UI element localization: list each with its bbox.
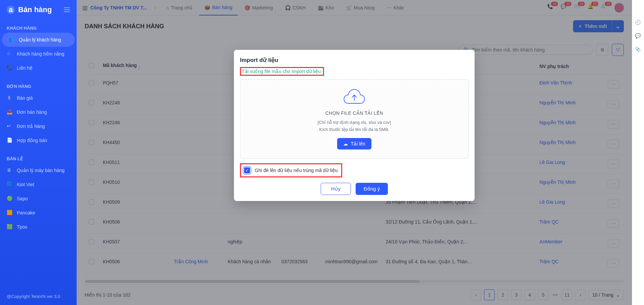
upload-button[interactable]: ☁ Tải lên (337, 138, 371, 149)
sidebar-item-customer-manage[interactable]: 👥 Quản lý khách hàng (2, 33, 75, 47)
star-icon: ☆ (7, 51, 13, 57)
comment-icon[interactable]: 💬 (635, 33, 642, 40)
contract-icon: 📄 (7, 137, 13, 143)
sidebar-item-potential-customer[interactable]: ☆ Khách hàng tiềm năng (0, 47, 77, 61)
sidebar-item-return-order[interactable]: ↩Đơn trả hàng (0, 119, 77, 133)
pos-icon: 🖥 (7, 167, 13, 173)
modal-title: Import dữ liệu (240, 57, 469, 64)
sapo-icon: 🟢 (7, 196, 13, 202)
sidebar-item-contact[interactable]: 📞 Liên hệ (0, 61, 77, 75)
pancake-icon: 🟧 (7, 210, 13, 216)
app-logo[interactable]: a Bán hàng (7, 5, 52, 14)
order-out-icon: 📤 (7, 109, 13, 115)
sidebar-section-retail: BÁN LẺ (0, 153, 77, 163)
import-modal: Import dữ liệu Tải xuống file mẫu cho Im… (234, 50, 475, 201)
sidebar-item-quote[interactable]: ＄Báo giá (0, 91, 77, 105)
cloud-upload-icon (342, 88, 366, 107)
return-icon: ↩ (7, 123, 13, 129)
sidebar-item-sale-order[interactable]: 📤Đơn bán hàng (0, 105, 77, 119)
money-icon: ＄ (7, 95, 13, 101)
sidebar-item-kiotviet[interactable]: 🟦Kiot Viet (0, 177, 77, 192)
users-icon: 👥 (9, 37, 15, 43)
sidebar-item-tpos[interactable]: 🟩Tpos (0, 220, 77, 234)
phone-icon: 📞 (7, 65, 13, 71)
tpos-icon: 🟩 (7, 224, 13, 230)
kiotviet-icon: 🟦 (7, 181, 13, 188)
upload-hint: [Chỉ hỗ trợ định dạng xls, xlsx và csv] … (318, 119, 391, 133)
sidebar-item-sapo[interactable]: 🟢Sapo (0, 192, 77, 206)
right-rail: 🕘 💬 📎 (632, 0, 644, 305)
sidebar-item-contract[interactable]: 📄Hợp đồng bán (0, 133, 77, 147)
sidebar-section-orders: ĐƠN HÀNG (0, 80, 77, 91)
sidebar-section-customers: KHÁCH HÀNG (0, 22, 77, 33)
main: 🏢 Công Ty TNHH TM DV T... › ⌂Trang chủ 📦… (77, 0, 632, 305)
upload-dropzone[interactable]: CHỌN FILE CẦN TẢI LÊN [Chỉ hỗ trợ định d… (240, 79, 469, 159)
sidebar-item-pos[interactable]: 🖥Quản lý máy bán hàng (0, 163, 77, 177)
overwrite-checkbox[interactable]: ✓ (243, 166, 251, 175)
sidebar-collapse-icon[interactable] (64, 7, 70, 12)
sidebar-footer: @Copyright TeraVN ver 3.0 (0, 288, 77, 305)
overwrite-label: Ghi đè lên dữ liệu nếu trùng mã dữ liệu (255, 168, 338, 173)
history-icon[interactable]: 🕘 (635, 20, 642, 26)
download-sample-link[interactable]: Tải xuống file mẫu cho Import dữ liệu (242, 69, 321, 74)
sidebar-item-pancake[interactable]: 🟧Pancake (0, 206, 77, 220)
cancel-button[interactable]: Hủy (321, 183, 351, 195)
sidebar: a Bán hàng KHÁCH HÀNG 👥 Quản lý khách hà… (0, 0, 77, 305)
logo-icon: a (7, 6, 15, 14)
upload-title: CHỌN FILE CẦN TẢI LÊN (325, 110, 383, 116)
attachment-icon[interactable]: 📎 (635, 46, 642, 53)
confirm-button[interactable]: Đồng ý (356, 183, 388, 195)
cloud-up-icon: ☁ (343, 141, 348, 146)
app-title: Bán hàng (18, 5, 52, 14)
